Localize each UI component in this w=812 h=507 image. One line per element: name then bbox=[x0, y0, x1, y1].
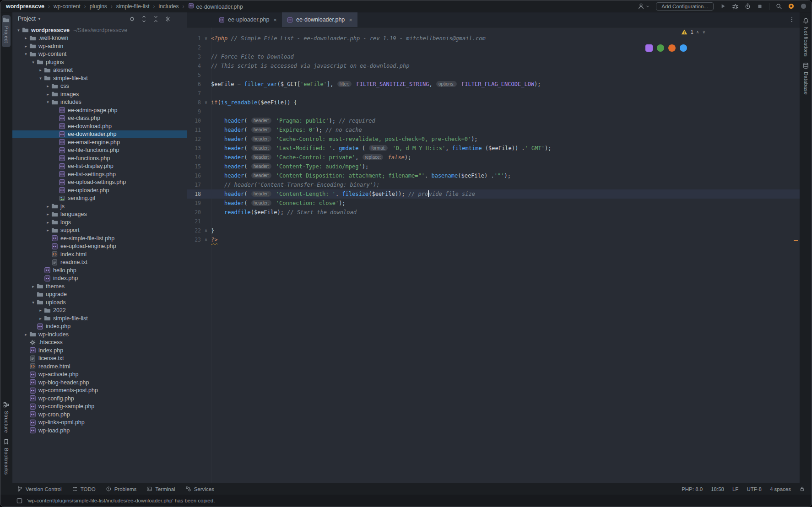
chevron-collapsed-icon[interactable]: ▸ bbox=[22, 44, 29, 49]
gutter-line-number[interactable]: 17 bbox=[187, 180, 201, 189]
tree-item[interactable]: ee-upload-engine.php bbox=[12, 243, 187, 251]
settings-icon[interactable] bbox=[164, 16, 171, 22]
gutter-line-number[interactable]: 5 bbox=[187, 70, 201, 80]
gutter-line-number[interactable]: 23 bbox=[187, 235, 201, 244]
gutter-line-number[interactable]: 15 bbox=[187, 162, 201, 171]
scrollbar-warning-mark[interactable] bbox=[794, 240, 798, 241]
chevron-expanded-icon[interactable]: ▾ bbox=[30, 300, 37, 305]
tree-item[interactable]: wp-links-opml.php bbox=[12, 419, 187, 427]
tree-item[interactable]: ▾includes bbox=[12, 98, 187, 107]
tree-item[interactable]: ▾simple-file-list bbox=[12, 74, 187, 82]
gutter-line-number[interactable]: 2 bbox=[187, 43, 201, 52]
tree-item[interactable]: ee-upload-settings.php bbox=[12, 178, 187, 187]
stop-icon[interactable] bbox=[757, 3, 763, 10]
code-line[interactable]: 9 bbox=[187, 107, 800, 116]
status-todo[interactable]: TODO bbox=[72, 486, 96, 492]
project-tool-button[interactable]: Project bbox=[2, 15, 11, 47]
chevron-collapsed-icon[interactable]: ▸ bbox=[44, 84, 51, 88]
tree-item[interactable]: index.php bbox=[12, 346, 187, 355]
close-icon[interactable]: × bbox=[273, 16, 277, 23]
tree-item[interactable]: ▸.well-known bbox=[12, 34, 187, 43]
code-line[interactable]: 19 header( header: 'Connection: close'); bbox=[187, 199, 800, 208]
gray-status-icon[interactable] bbox=[800, 3, 807, 10]
fold-marker-icon[interactable]: ∨ bbox=[201, 34, 211, 43]
gutter-line-number[interactable]: 19 bbox=[187, 199, 201, 208]
tree-item[interactable]: wp-load.php bbox=[12, 426, 187, 435]
tree-item[interactable]: ee-functions.php bbox=[12, 154, 187, 162]
next-warning-arrow[interactable]: ∨ bbox=[702, 30, 705, 34]
orange-status-icon[interactable] bbox=[788, 3, 795, 10]
close-icon[interactable]: × bbox=[349, 16, 352, 23]
code-line[interactable]: 4// This script is accessed via javascri… bbox=[187, 61, 800, 70]
chevron-expanded-icon[interactable]: ▾ bbox=[37, 76, 44, 81]
code-line[interactable]: 6$eeFile = filter_var($_GET['eeFile'], f… bbox=[187, 80, 800, 89]
status-version-control[interactable]: Version Control bbox=[17, 486, 62, 492]
tree-item[interactable]: ee-email-engine.php bbox=[12, 138, 187, 146]
code-line[interactable]: 2 bbox=[187, 43, 800, 52]
event-log-icon[interactable] bbox=[16, 497, 23, 504]
editor-tab[interactable]: ee-downloader.php× bbox=[282, 12, 357, 27]
breadcrumb-item[interactable]: wordpresscve bbox=[5, 3, 45, 10]
hide-icon[interactable] bbox=[176, 16, 183, 22]
prev-warning-arrow[interactable]: ∧ bbox=[696, 30, 699, 34]
profile-icon[interactable] bbox=[744, 3, 751, 10]
tree-item[interactable]: ee-class.php bbox=[12, 114, 187, 123]
code-line[interactable]: 22∧} bbox=[187, 226, 800, 235]
tree-item[interactable]: wp-comments-post.php bbox=[12, 387, 187, 395]
tree-item[interactable]: ee-admin-page.php bbox=[12, 106, 187, 114]
chevron-collapsed-icon[interactable]: ▸ bbox=[44, 220, 51, 225]
chevron-collapsed-icon[interactable]: ▸ bbox=[30, 284, 37, 289]
gutter-line-number[interactable]: 12 bbox=[187, 135, 201, 144]
chevron-collapsed-icon[interactable]: ▸ bbox=[44, 92, 51, 97]
tree-item[interactable]: ee-uploader.php bbox=[12, 186, 187, 194]
tree-item[interactable]: ▸wp-admin bbox=[12, 42, 187, 50]
gutter-line-number[interactable]: 13 bbox=[187, 144, 201, 153]
status-widget[interactable]: PHP: 8.0 bbox=[682, 486, 703, 492]
tree-item[interactable]: ee-list-display.php bbox=[12, 162, 187, 171]
tree-item[interactable]: index.php bbox=[12, 323, 187, 331]
code-line[interactable]: 1∨<?php // Simple File List - ee-downloa… bbox=[187, 34, 800, 43]
breadcrumb-item[interactable]: simple-file-list bbox=[115, 3, 151, 10]
breadcrumb-item[interactable]: wp-content bbox=[53, 3, 81, 10]
tree-item[interactable]: upgrade bbox=[12, 291, 187, 299]
chevron-collapsed-icon[interactable]: ▸ bbox=[37, 308, 44, 313]
expand-all-icon[interactable] bbox=[141, 16, 147, 22]
code-line[interactable]: 20 readfile($eeFile); // Start the downl… bbox=[187, 208, 800, 217]
code-line[interactable]: 14 header( header: 'Cache-Control: priva… bbox=[187, 153, 800, 162]
tree-item[interactable]: index.php bbox=[12, 275, 187, 283]
gutter-line-number[interactable]: 3 bbox=[187, 52, 201, 61]
breadcrumb-item[interactable]: includes bbox=[158, 3, 180, 10]
fold-marker-icon[interactable]: ∧ bbox=[201, 235, 211, 244]
tree-item[interactable]: ee-file-functions.php bbox=[12, 146, 187, 155]
code-line[interactable]: 12 header( header: 'Cache-Control: must-… bbox=[187, 135, 800, 144]
tree-item[interactable]: hello.php bbox=[12, 266, 187, 275]
chevron-collapsed-icon[interactable]: ▸ bbox=[44, 212, 51, 216]
chevron-expanded-icon[interactable]: ▾ bbox=[15, 28, 22, 32]
code-line[interactable]: 11 header( header: 'Expires: 0'); // no … bbox=[187, 125, 800, 135]
tree-item[interactable]: ▸support bbox=[12, 227, 187, 235]
gutter-line-number[interactable]: 1 bbox=[187, 34, 201, 43]
chevron-collapsed-icon[interactable]: ▸ bbox=[37, 68, 44, 72]
tree-item[interactable]: wp-cron.php bbox=[12, 410, 187, 419]
tree-item[interactable]: ▸js bbox=[12, 202, 187, 210]
tree-item[interactable]: ▾wordpresscve~/Sites/wordpresscve bbox=[12, 26, 187, 34]
status-widget[interactable]: 18:58 bbox=[711, 486, 724, 492]
gutter-line-number[interactable]: 10 bbox=[187, 116, 201, 125]
code-line[interactable]: 18 header( header: 'Content-Length: '. f… bbox=[187, 189, 800, 199]
gutter-line-number[interactable]: 16 bbox=[187, 171, 201, 180]
gutter-line-number[interactable]: 21 bbox=[187, 217, 201, 226]
gutter-line-number[interactable]: 4 bbox=[187, 61, 201, 70]
tree-item[interactable]: ▸themes bbox=[12, 282, 187, 291]
tree-item[interactable]: ▸wp-includes bbox=[12, 330, 187, 339]
code-line[interactable]: 16 header( header: 'Content-Disposition:… bbox=[187, 171, 800, 180]
chevron-collapsed-icon[interactable]: ▸ bbox=[37, 316, 44, 321]
tree-item[interactable]: .htaccess bbox=[12, 339, 187, 347]
editor-tab[interactable]: ee-uploader.php× bbox=[214, 12, 282, 27]
tree-item[interactable]: ▸css bbox=[12, 82, 187, 91]
chevron-collapsed-icon[interactable]: ▸ bbox=[44, 204, 51, 209]
tree-item[interactable]: ee-download.php bbox=[12, 122, 187, 130]
chevron-expanded-icon[interactable]: ▾ bbox=[22, 52, 29, 56]
search-icon[interactable] bbox=[775, 3, 782, 10]
fold-marker-icon[interactable]: ∨ bbox=[201, 98, 211, 107]
tree-item[interactable]: ▾wp-content bbox=[12, 50, 187, 59]
